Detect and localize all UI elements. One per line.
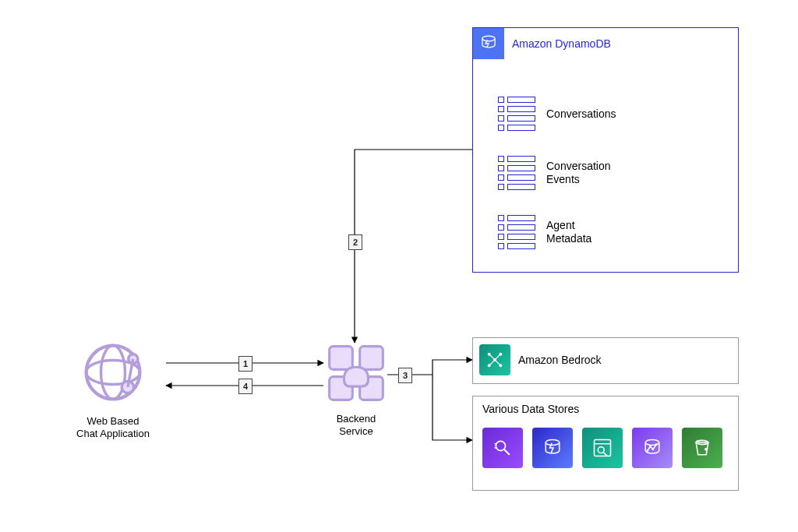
svg-point-38 xyxy=(704,448,708,451)
s3-bucket-icon xyxy=(682,428,722,468)
svg-rect-10 xyxy=(360,347,383,370)
web-app-icon xyxy=(79,339,147,406)
dynamodb-service-icon xyxy=(478,33,499,54)
svg-line-19 xyxy=(489,354,495,360)
table-label: Agent Metadata xyxy=(546,219,591,245)
backend-service-icon xyxy=(326,343,387,403)
table-icon xyxy=(498,156,535,190)
svg-point-23 xyxy=(496,441,505,450)
svg-point-13 xyxy=(482,36,495,41)
svg-rect-9 xyxy=(330,347,353,370)
table-icon xyxy=(498,215,535,249)
analytics-db-icon xyxy=(632,428,673,468)
dynamodb-table-conversations: Conversations xyxy=(498,97,616,131)
svg-point-35 xyxy=(651,448,654,450)
group-dynamodb: Amazon DynamoDB Conversations Conversati… xyxy=(472,27,739,273)
step-badge-1: 1 xyxy=(238,356,252,372)
step-badge-3: 3 xyxy=(398,368,412,383)
step-badge-4: 4 xyxy=(238,379,252,394)
node-backend-service: Backend Service xyxy=(325,343,387,439)
svg-point-27 xyxy=(546,440,560,446)
dynamodb-table-conversation-events: Conversation Events xyxy=(498,156,611,190)
bedrock-icon xyxy=(485,350,505,370)
search-service-icon xyxy=(582,428,623,468)
svg-point-33 xyxy=(646,449,648,452)
dynamodb-title: Amazon DynamoDB xyxy=(512,37,611,50)
table-label: Conversations xyxy=(546,107,616,121)
svg-point-5 xyxy=(101,346,125,400)
web-app-label: Web Based Chat Application xyxy=(66,415,160,441)
table-icon xyxy=(498,97,535,131)
svg-point-36 xyxy=(655,443,658,446)
step-badge-2: 2 xyxy=(348,234,362,250)
node-web-chat-app: Web Based Chat Application xyxy=(66,339,160,441)
group-data-stores: Various Data Stores xyxy=(472,396,739,491)
svg-line-21 xyxy=(489,360,495,365)
dynamodb-table-agent-metadata: Agent Metadata xyxy=(498,215,591,249)
svg-line-20 xyxy=(495,354,500,360)
dynamodb-icon xyxy=(532,428,573,468)
group-bedrock: Amazon Bedrock xyxy=(472,337,739,384)
table-label: Conversation Events xyxy=(546,160,611,186)
backend-service-label: Backend Service xyxy=(325,413,387,439)
svg-line-22 xyxy=(495,360,500,365)
bedrock-title: Amazon Bedrock xyxy=(518,354,602,366)
data-stores-title: Various Data Stores xyxy=(482,403,579,415)
opensearch-icon xyxy=(482,428,523,468)
svg-point-34 xyxy=(649,446,651,448)
svg-line-24 xyxy=(504,449,510,455)
